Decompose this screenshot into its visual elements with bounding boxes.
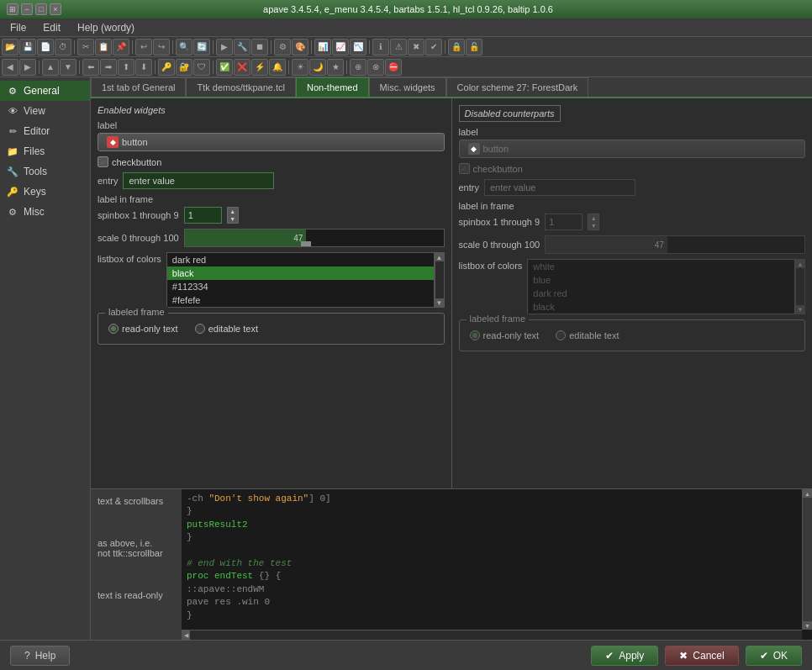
listbox-scrollbar[interactable]: ▲ ▼ (435, 252, 445, 308)
tab-general[interactable]: 1st tab of General (91, 77, 186, 97)
scale-track[interactable]: 47 (184, 229, 445, 247)
code-hscrollbar[interactable]: ◀ (182, 630, 802, 640)
tb-warn[interactable]: ⚠ (390, 39, 407, 55)
tb-ok[interactable]: ✔ (425, 39, 442, 55)
tb2-back[interactable]: ◀ (2, 59, 18, 76)
vscroll-up[interactable]: ▲ (803, 489, 812, 498)
tb-settings[interactable]: ⚙ (274, 39, 291, 55)
scroll-track[interactable] (435, 261, 444, 298)
tb2-k[interactable]: 🔔 (269, 59, 286, 76)
sidebar-item-misc[interactable]: ⚙ Misc (0, 202, 90, 222)
tb2-n[interactable]: ★ (327, 59, 344, 76)
sidebar-item-tools[interactable]: 🔧 Tools (0, 161, 90, 182)
listbox-item-darkred[interactable]: dark red (167, 253, 434, 266)
apply-button[interactable]: ✔ Apply (591, 646, 658, 666)
tb-paste[interactable]: 📌 (113, 39, 129, 55)
tb2-g[interactable]: 🛡 (193, 59, 210, 76)
title-bar-left-controls[interactable]: ⊞ − □ × (7, 3, 61, 15)
enabled-entry[interactable] (123, 172, 274, 189)
sidebar-item-files[interactable]: 📁 Files (0, 141, 90, 161)
tb-replace[interactable]: 🔄 (193, 39, 210, 55)
tb2-e[interactable]: 🔑 (158, 59, 175, 76)
tb2-a[interactable]: ⬅ (82, 59, 99, 76)
hscroll-left[interactable]: ◀ (182, 630, 190, 640)
tb-undo[interactable]: ↩ (135, 39, 152, 55)
tb-open[interactable]: 📂 (2, 39, 18, 55)
menu-file[interactable]: File (3, 20, 33, 35)
radio1-circle[interactable] (108, 324, 119, 334)
enabled-button[interactable]: ◆ button (98, 133, 445, 151)
tab-colorscheme[interactable]: Color scheme 27: ForestDark (446, 77, 589, 97)
tb2-b[interactable]: ➡ (100, 59, 117, 76)
radio2-row[interactable]: editable text (195, 324, 258, 334)
tb2-f[interactable]: 🔐 (176, 59, 192, 76)
scroll-up-arrow[interactable]: ▲ (435, 253, 444, 261)
tb2-up[interactable]: ▲ (42, 59, 59, 76)
spinbox-input[interactable] (184, 207, 222, 224)
tb2-c[interactable]: ⬆ (118, 59, 134, 76)
tb-info[interactable]: ℹ (372, 39, 389, 55)
tb2-d[interactable]: ⬇ (135, 59, 152, 76)
tb-cut[interactable]: ✂ (77, 39, 94, 55)
tab-misc[interactable]: Misc. widgets (369, 77, 446, 97)
sidebar-item-general[interactable]: ⚙ General (0, 81, 90, 101)
sidebar-item-keys[interactable]: 🔑 Keys (0, 182, 90, 202)
tb-redo[interactable]: ↪ (153, 39, 170, 55)
title-bar-maximize[interactable]: □ (35, 3, 47, 15)
tb-new[interactable]: 📄 (37, 39, 54, 55)
tb-stop[interactable]: ⏹ (251, 39, 268, 55)
tb2-h[interactable]: ✅ (216, 59, 233, 76)
tb-error[interactable]: ✖ (408, 39, 424, 55)
tb-misc5[interactable]: 🔓 (466, 39, 482, 55)
tb-find[interactable]: 🔍 (176, 39, 192, 55)
cancel-button[interactable]: ✖ Cancel (665, 646, 738, 666)
title-bar-minimize[interactable]: − (21, 3, 33, 15)
tb-run[interactable]: ▶ (216, 39, 233, 55)
tb-debug[interactable]: 🔧 (234, 39, 250, 55)
scale-thumb[interactable] (301, 241, 311, 246)
tb-misc1[interactable]: 📊 (314, 39, 331, 55)
menu-edit[interactable]: Edit (36, 20, 67, 35)
hscroll-track[interactable] (182, 630, 802, 640)
ok-button[interactable]: ✔ OK (746, 646, 802, 666)
tb2-i[interactable]: ❌ (234, 59, 250, 76)
tb2-o[interactable]: ⊕ (350, 59, 366, 76)
tb-save[interactable]: 💾 (19, 39, 36, 55)
radio1-row[interactable]: read-only text (108, 324, 178, 334)
apply-check-icon: ✔ (605, 650, 614, 662)
spinbox-arrows[interactable]: ▲ ▼ (227, 207, 239, 224)
listbox-item-fefefe[interactable]: #fefefe (167, 293, 434, 307)
vscroll-down[interactable]: ▼ (803, 621, 812, 630)
title-bar-close[interactable]: × (50, 3, 61, 15)
listbox-item-black[interactable]: black (167, 266, 434, 280)
spinbox-down[interactable]: ▼ (228, 215, 238, 223)
tab-ttk[interactable]: Ttk demos/ttkpane.tcl (186, 77, 296, 97)
code-vscrollbar[interactable]: ▲ ▼ (802, 489, 812, 630)
tb2-down[interactable]: ▼ (60, 59, 76, 76)
tb2-l[interactable]: ☀ (292, 59, 308, 76)
enabled-checkbutton[interactable]: ✓ checkbutton (98, 156, 445, 167)
enabled-listbox[interactable]: dark red black #112334 #fefefe (166, 252, 435, 308)
tb-misc4[interactable]: 🔒 (448, 39, 465, 55)
tb2-fwd[interactable]: ▶ (19, 59, 36, 76)
spinbox-up[interactable]: ▲ (228, 208, 238, 215)
sidebar-item-view[interactable]: 👁 View (0, 101, 90, 121)
menu-help[interactable]: Help (wordy) (71, 20, 141, 35)
radio2-circle[interactable] (195, 324, 205, 334)
tb-recent[interactable]: ⏱ (55, 39, 71, 55)
tab-nonthemed[interactable]: Non-themed (296, 77, 369, 97)
tb2-stop[interactable]: ⛔ (385, 59, 402, 76)
help-button[interactable]: ? Help (10, 646, 70, 666)
listbox-item-112334[interactable]: #112334 (167, 280, 434, 293)
sidebar-item-editor[interactable]: ✏ Editor (0, 121, 90, 141)
tb2-j[interactable]: ⚡ (251, 59, 268, 76)
code-area[interactable]: -ch "Don't show again"] 0] } putsResult2… (182, 489, 802, 630)
tb-misc3[interactable]: 📉 (350, 39, 366, 55)
scroll-down-arrow[interactable]: ▼ (435, 298, 444, 307)
right-spinbox-label: spinbox 1 through 9 (459, 217, 540, 227)
tb-theme[interactable]: 🎨 (292, 39, 308, 55)
tb2-m[interactable]: 🌙 (309, 59, 326, 76)
tb2-p[interactable]: ⊗ (367, 59, 384, 76)
tb-copy[interactable]: 📋 (95, 39, 112, 55)
tb-misc2[interactable]: 📈 (332, 39, 349, 55)
